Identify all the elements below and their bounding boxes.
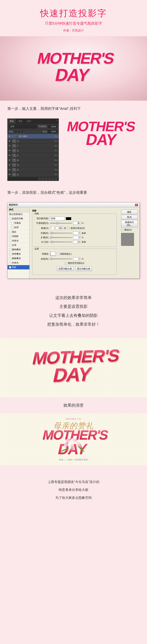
visibility-icon[interactable] (9, 159, 11, 162)
panel-menu-icon[interactable]: ≡ (55, 119, 59, 124)
style-gradient-overlay[interactable]: 渐变叠加 (7, 252, 29, 256)
antialias-checkbox[interactable] (57, 253, 59, 255)
checkbox-icon[interactable] (9, 258, 11, 260)
ok-button[interactable]: 确定 (121, 210, 138, 214)
opacity-value[interactable]: 100% (48, 125, 57, 128)
lock-pixels-icon[interactable] (14, 130, 17, 133)
checkbox-icon[interactable] (9, 218, 11, 220)
spread-slider[interactable] (50, 237, 72, 238)
contour-picker[interactable] (50, 252, 55, 256)
cancel-button[interactable]: 取消 (121, 215, 138, 220)
step2-instruction: 第一步，添加投影，混合模式"色相"，这步很重要 (0, 184, 147, 199)
trash-icon[interactable] (55, 178, 57, 180)
lily-flower-icon (62, 435, 87, 458)
style-stroke[interactable]: 描边 (7, 230, 29, 234)
layer-item[interactable]: THfx ▾ (7, 148, 59, 153)
noise-input[interactable]: 0 (73, 257, 80, 260)
lock-all-icon[interactable] (21, 130, 23, 133)
style-color-overlay[interactable]: 颜色叠加 (7, 248, 29, 252)
checkbox-icon[interactable] (9, 262, 11, 264)
layer-item[interactable]: TRfx ▾ (7, 158, 59, 163)
spread-input[interactable]: 0 (73, 236, 80, 239)
link-layers-icon[interactable] (38, 178, 41, 180)
checkbox-icon[interactable] (9, 253, 11, 255)
tab-layers[interactable]: 图层 (7, 119, 16, 124)
noise-label: 杂色(N): (34, 258, 49, 260)
checkbox-icon[interactable] (9, 235, 11, 238)
fill-value[interactable]: 100% (48, 130, 57, 133)
visibility-icon[interactable] (9, 154, 11, 157)
layer-fx-badge[interactable]: fx ▾ (55, 140, 57, 142)
layer-item[interactable]: TOfx ▾ (7, 139, 59, 144)
visibility-icon[interactable] (9, 144, 11, 147)
close-icon[interactable]: × (135, 204, 138, 206)
opacity-input[interactable]: 30 (73, 222, 80, 225)
checkbox-icon[interactable] (9, 248, 11, 251)
style-drop-shadow[interactable]: ✓投影 (7, 265, 29, 270)
angle-input[interactable]: 160 (55, 226, 63, 230)
layer-fx-badge[interactable]: fx ▾ (55, 169, 57, 171)
blend-mode-select[interactable]: 色相 (50, 216, 65, 220)
layer-fx-badge[interactable]: fx ▾ (55, 154, 57, 156)
preview-checkbox[interactable]: ✓ (121, 229, 123, 231)
reset-default-button[interactable]: 复位为默认值 (75, 266, 92, 271)
layer-item[interactable]: TDfx ▾ (7, 168, 59, 172)
global-light-checkbox[interactable]: ✓ (67, 227, 69, 229)
lock-position-icon[interactable] (18, 130, 20, 133)
layer-item[interactable]: TAfx ▾ (7, 172, 59, 177)
knockout-checkbox[interactable]: ✓ (65, 262, 67, 264)
layer-item[interactable]: T'Sfx ▾ (7, 163, 59, 168)
visibility-icon[interactable] (9, 164, 11, 166)
color-swatch[interactable] (66, 217, 71, 220)
checkbox-icon[interactable] (9, 240, 11, 242)
text-layer-icon: T (12, 140, 16, 143)
visibility-icon[interactable] (9, 168, 11, 171)
blend-options-row[interactable]: 混合选项:默认 (7, 212, 29, 216)
style-outer-glow[interactable]: 外发光 (7, 261, 29, 265)
new-layer-icon[interactable] (52, 178, 54, 180)
layer-item[interactable]: TTfx ▾ (7, 144, 59, 148)
visibility-icon[interactable] (9, 173, 11, 176)
opacity-slider[interactable] (50, 223, 72, 224)
mask-icon[interactable] (45, 178, 47, 180)
angle-dial[interactable] (50, 226, 54, 230)
dialog-titlebar[interactable]: 图层样式 × (7, 202, 140, 207)
style-inner-shadow[interactable]: 内阴影 (7, 234, 29, 239)
layer-item[interactable]: TEfx ▾ (7, 153, 59, 158)
visibility-icon[interactable] (9, 150, 11, 152)
style-pattern-overlay[interactable]: 图案叠加 (7, 256, 29, 261)
layer-fx-badge[interactable]: fx ▾ (55, 150, 57, 152)
style-satin[interactable]: 光泽 (7, 243, 29, 248)
distance-slider[interactable] (50, 233, 72, 234)
style-texture[interactable]: 纹理 (7, 226, 29, 230)
style-bevel[interactable]: 斜面和浮雕 (7, 216, 29, 221)
layer-group[interactable]: ▾ 组 1 副本 fx ▾ (7, 134, 59, 139)
checkbox-icon[interactable] (9, 231, 11, 233)
layer-fx-badge[interactable]: fx ▾ (55, 164, 57, 166)
blend-mode-select[interactable]: 正常 (9, 124, 37, 128)
checkbox-icon[interactable] (11, 222, 13, 224)
layer-fx-badge[interactable]: fx ▾ (55, 135, 57, 137)
tab-paths[interactable]: 路径 (25, 119, 33, 124)
size-slider[interactable] (50, 242, 72, 242)
layers-panel[interactable]: 图层 通道 路径 ≡ 正常 不透明度: 100% 锁定: 填充: 100% ▾ … (7, 118, 59, 181)
size-input[interactable]: 10 (73, 240, 80, 244)
new-style-button[interactable]: 新建样式(W)... (121, 220, 138, 227)
style-inner-glow[interactable]: 内发光 (7, 239, 29, 243)
set-default-button[interactable]: 设置为默认值 (57, 266, 73, 271)
expand-icon[interactable]: ▾ (12, 136, 13, 137)
checkbox-icon[interactable]: ✓ (9, 266, 11, 268)
distance-input[interactable]: 5 (73, 232, 80, 235)
checkbox-icon[interactable] (11, 226, 13, 229)
noise-slider[interactable] (50, 258, 72, 259)
style-contour[interactable]: 等高线 (7, 221, 29, 226)
tab-channels[interactable]: 通道 (16, 119, 25, 124)
layer-fx-badge[interactable]: fx ▾ (55, 159, 57, 161)
fx-icon[interactable] (42, 178, 44, 180)
new-group-icon[interactable] (48, 178, 50, 180)
layer-fx-badge[interactable]: fx ▾ (55, 145, 57, 147)
checkbox-icon[interactable] (9, 244, 11, 246)
visibility-icon[interactable] (9, 140, 11, 142)
layer-fx-badge[interactable]: fx ▾ (55, 174, 57, 176)
visibility-icon[interactable] (9, 135, 11, 138)
